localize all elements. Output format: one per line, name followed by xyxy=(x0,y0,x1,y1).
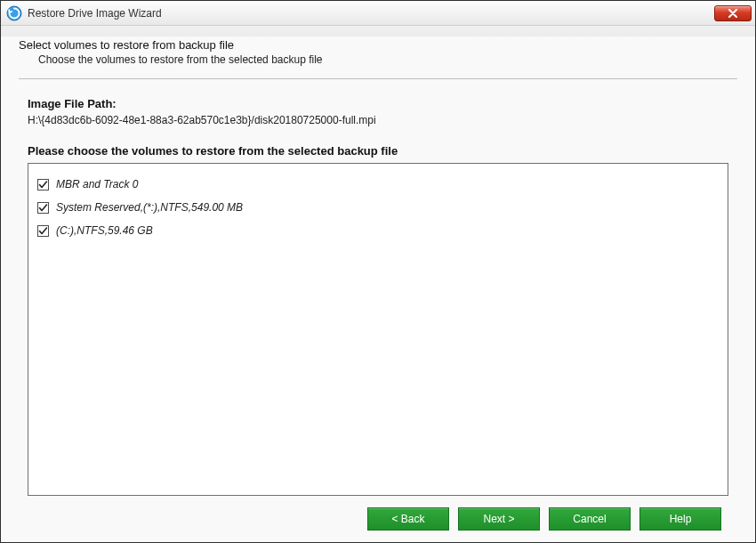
back-button[interactable]: < Back xyxy=(367,507,449,531)
volume-row-system-reserved[interactable]: System Reserved,(*:),NTFS,549.00 MB xyxy=(37,196,719,219)
volume-checkbox[interactable] xyxy=(37,225,49,237)
app-icon xyxy=(6,5,22,21)
volume-label: System Reserved,(*:),NTFS,549.00 MB xyxy=(56,201,243,214)
image-file-path-label: Image File Path: xyxy=(28,97,737,110)
wizard-window: Restore Drive Image Wizard Select volume… xyxy=(0,0,756,543)
volumes-prompt: Please choose the volumes to restore fro… xyxy=(28,144,737,158)
window-title: Restore Drive Image Wizard xyxy=(28,7,714,20)
close-icon xyxy=(728,9,738,18)
check-icon xyxy=(38,203,48,213)
volume-row-mbr[interactable]: MBR and Track 0 xyxy=(37,173,719,196)
page-subheading: Choose the volumes to restore from the s… xyxy=(19,53,737,66)
volume-label: MBR and Track 0 xyxy=(56,178,138,190)
check-icon xyxy=(38,180,48,190)
page-heading: Select volumes to restore from backup fi… xyxy=(19,38,737,52)
volume-label: (C:),NTFS,59.46 GB xyxy=(56,224,153,237)
content-area: Select volumes to restore from backup fi… xyxy=(1,26,755,542)
volume-row-c-drive[interactable]: (C:),NTFS,59.46 GB xyxy=(37,219,719,242)
image-file-path-value: H:\{4d83dc6b-6092-48e1-88a3-62ab570c1e3b… xyxy=(28,114,737,126)
title-bar: Restore Drive Image Wizard xyxy=(1,1,755,26)
next-button[interactable]: Next > xyxy=(458,507,540,531)
check-icon xyxy=(38,226,48,236)
footer-buttons: < Back Next > Cancel Help xyxy=(19,496,737,542)
volumes-list: MBR and Track 0 System Reserved,(*:),NTF… xyxy=(28,163,728,496)
close-button[interactable] xyxy=(714,5,752,21)
volume-checkbox[interactable] xyxy=(37,202,49,214)
cancel-button[interactable]: Cancel xyxy=(549,507,631,531)
help-button[interactable]: Help xyxy=(639,507,721,531)
divider xyxy=(19,78,737,79)
volume-checkbox[interactable] xyxy=(37,179,49,190)
